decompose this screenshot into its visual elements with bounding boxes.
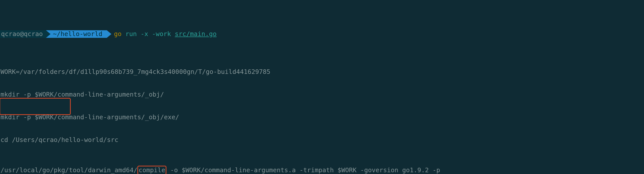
output-highlight-box	[0, 98, 71, 115]
prompt-user-segment: qcrao@qcrao	[0, 30, 46, 38]
prompt-line[interactable]: qcrao@qcrao ~/hello-worldgo run -x -work…	[0, 30, 644, 38]
terminal-window: qcrao@qcrao ~/hello-worldgo run -x -work…	[0, 0, 644, 174]
command-args: run -x -work	[125, 30, 171, 38]
prompt-path-segment: ~/hello-world	[46, 30, 107, 38]
output-line: mkdir -p $WORK/command-line-arguments/_o…	[0, 91, 644, 98]
compile-highlight: compile	[137, 166, 166, 174]
command-file: src/main.go	[175, 30, 217, 38]
output-line: WORK=/var/folders/df/d1llp90s68b739_7mg4…	[0, 68, 644, 76]
output-line: cd /Users/qcrao/hello-world/src	[0, 136, 644, 144]
prompt-user: qcrao@qcrao	[1, 30, 43, 38]
prompt-path: ~/hello-world	[53, 30, 103, 38]
output-line: /usr/local/go/pkg/tool/darwin_amd64/comp…	[0, 166, 644, 174]
output-line: mkdir -p $WORK/command-line-arguments/_o…	[0, 113, 644, 121]
